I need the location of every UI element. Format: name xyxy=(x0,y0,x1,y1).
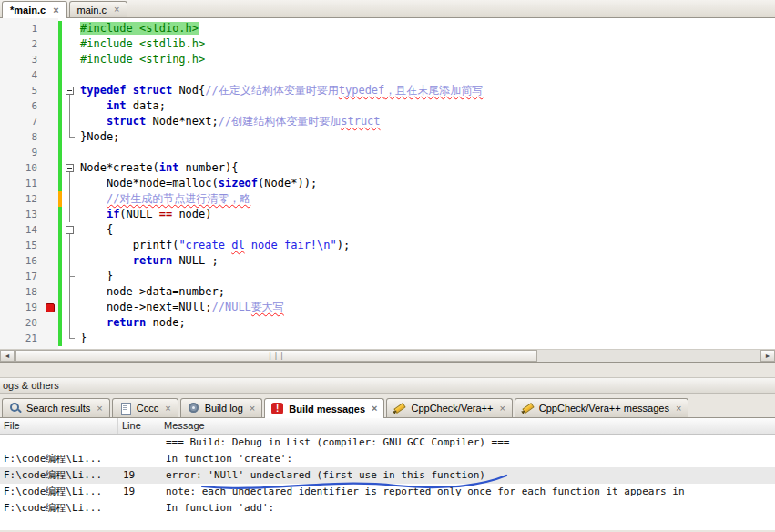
column-header-file[interactable]: File xyxy=(0,418,118,434)
table-row[interactable]: F:\code编程\Li...In function 'create': xyxy=(0,451,775,467)
code-line[interactable]: 16 return NULL ; xyxy=(0,253,775,269)
close-icon[interactable]: × xyxy=(497,404,505,414)
close-icon[interactable]: × xyxy=(370,404,377,414)
fold-margin[interactable] xyxy=(62,269,77,284)
breakpoint-margin[interactable] xyxy=(42,67,58,83)
breakpoint-margin[interactable] xyxy=(42,98,58,114)
breakpoint-margin[interactable] xyxy=(42,191,58,207)
code-line[interactable]: 10Node*create(int number){ xyxy=(0,160,775,176)
fold-margin[interactable] xyxy=(62,315,77,331)
fold-margin[interactable] xyxy=(62,52,77,67)
fold-minus-icon[interactable] xyxy=(66,226,74,234)
breakpoint-margin[interactable] xyxy=(42,83,58,98)
fold-minus-icon[interactable] xyxy=(66,87,74,95)
fold-margin[interactable] xyxy=(62,160,77,176)
close-icon[interactable]: × xyxy=(163,404,170,414)
code-line[interactable]: 1#include <stdio.h> xyxy=(0,21,775,36)
code-line[interactable]: 20 return node; xyxy=(0,315,775,331)
breakpoint-margin[interactable] xyxy=(42,238,58,253)
column-header-message[interactable]: Message xyxy=(158,418,775,434)
fold-margin[interactable] xyxy=(62,98,77,114)
code-line[interactable]: 21} xyxy=(0,331,775,346)
breakpoint-margin[interactable] xyxy=(42,222,58,238)
scrollbar-thumb[interactable]: ||| xyxy=(15,350,537,362)
code-text: int data; xyxy=(77,98,166,114)
column-header-line[interactable]: Line xyxy=(118,418,158,434)
fold-margin[interactable] xyxy=(62,21,77,36)
code-line[interactable]: 17 } xyxy=(0,269,775,284)
fold-margin[interactable] xyxy=(62,176,77,191)
logs-tab[interactable]: Cccc× xyxy=(112,398,178,417)
code-line[interactable]: 7 struct Node*next;//创建结构体变量时要加struct xyxy=(0,114,775,129)
fold-margin[interactable] xyxy=(62,36,77,52)
row-line xyxy=(119,500,160,517)
code-line[interactable]: 12 //对生成的节点进行清零，略 xyxy=(0,191,775,207)
fold-margin[interactable] xyxy=(62,114,77,129)
close-icon[interactable]: × xyxy=(248,404,255,414)
fold-margin[interactable] xyxy=(62,67,77,83)
close-icon[interactable]: × xyxy=(51,5,58,15)
breakpoint-margin[interactable] xyxy=(42,129,58,145)
fold-margin[interactable] xyxy=(62,253,77,269)
breakpoint-margin[interactable] xyxy=(42,315,58,331)
code-line[interactable]: 6 int data; xyxy=(0,98,775,114)
code-line[interactable]: 13 if(NULL == node) xyxy=(0,207,775,222)
fold-margin[interactable] xyxy=(62,238,77,253)
fold-margin[interactable] xyxy=(62,331,77,346)
fold-margin[interactable] xyxy=(62,284,77,300)
fold-margin[interactable] xyxy=(62,129,77,145)
scroll-right-icon[interactable]: ► xyxy=(760,350,775,362)
logs-tab[interactable]: CppCheck/Vera++ messages× xyxy=(515,398,689,417)
fold-margin[interactable] xyxy=(62,145,77,160)
close-icon[interactable]: × xyxy=(95,404,102,414)
fold-minus-icon[interactable] xyxy=(66,164,74,172)
code-line[interactable]: 14 { xyxy=(0,222,775,238)
breakpoint-margin[interactable] xyxy=(42,145,58,160)
editor-tab[interactable]: *main.c× xyxy=(2,1,67,18)
fold-margin[interactable] xyxy=(62,222,77,238)
code-line[interactable]: 18 node->data=number; xyxy=(0,284,775,300)
code-lines: 1#include <stdio.h>2#include <stdlib.h>3… xyxy=(0,18,775,349)
code-line[interactable]: 4 xyxy=(0,67,775,83)
table-row[interactable]: F:\code编程\Li...19error: 'NUll' undeclare… xyxy=(0,467,775,484)
code-text: return node; xyxy=(77,315,186,331)
code-line[interactable]: 11 Node*node=malloc(sizeof(Node*)); xyxy=(0,176,775,191)
code-line[interactable]: 3#include <string.h> xyxy=(0,52,775,67)
code-line[interactable]: 15 printf("create dl node fair!\n"); xyxy=(0,238,775,253)
code-editor[interactable]: 1#include <stdio.h>2#include <stdlib.h>3… xyxy=(0,18,775,363)
close-icon[interactable]: × xyxy=(112,5,119,15)
table-row[interactable]: F:\code编程\Li...In function 'add': xyxy=(0,500,775,517)
breakpoint-margin[interactable] xyxy=(42,331,58,346)
logs-tab[interactable]: Build log× xyxy=(180,398,263,417)
fold-margin[interactable] xyxy=(62,207,77,222)
scroll-left-icon[interactable]: ◄ xyxy=(0,350,15,362)
logs-tab[interactable]: Build messages× xyxy=(264,398,384,418)
breakpoint-margin[interactable] xyxy=(42,114,58,129)
breakpoint-margin[interactable] xyxy=(42,21,58,36)
code-line[interactable]: 9 xyxy=(0,145,775,160)
fold-margin[interactable] xyxy=(62,300,77,315)
fold-margin[interactable] xyxy=(62,191,77,207)
code-line[interactable]: 8}Node; xyxy=(0,129,775,145)
logs-tab[interactable]: Search results× xyxy=(2,398,110,417)
breakpoint-margin[interactable] xyxy=(42,36,58,52)
code-line[interactable]: 5typedef struct Nod{//在定义结构体变量时要用typedef… xyxy=(0,83,775,98)
breakpoint-margin[interactable] xyxy=(42,52,58,67)
breakpoint-margin[interactable] xyxy=(42,300,58,315)
logs-tab[interactable]: CppCheck/Vera++× xyxy=(386,398,512,417)
breakpoint-margin[interactable] xyxy=(42,207,58,222)
breakpoint-margin[interactable] xyxy=(42,253,58,269)
breakpoint-margin[interactable] xyxy=(42,284,58,300)
breakpoint-margin[interactable] xyxy=(42,160,58,176)
breakpoint-margin[interactable] xyxy=(42,269,58,284)
table-row[interactable]: === Build: Debug in List (compiler: GNU … xyxy=(0,435,775,451)
fold-margin[interactable] xyxy=(62,83,77,98)
editor-hscrollbar[interactable]: ◄ ||| ► xyxy=(0,349,775,363)
editor-tab[interactable]: main.c× xyxy=(69,1,128,17)
code-line[interactable]: 19 node->next=NUll;//NULL要大写 xyxy=(0,300,775,315)
breakpoint-margin[interactable] xyxy=(42,176,58,191)
close-icon[interactable]: × xyxy=(674,404,681,414)
table-row[interactable]: F:\code编程\Li...19note: each undeclared i… xyxy=(0,484,775,500)
editor-logs-splitter[interactable] xyxy=(0,363,775,377)
code-line[interactable]: 2#include <stdlib.h> xyxy=(0,36,775,52)
